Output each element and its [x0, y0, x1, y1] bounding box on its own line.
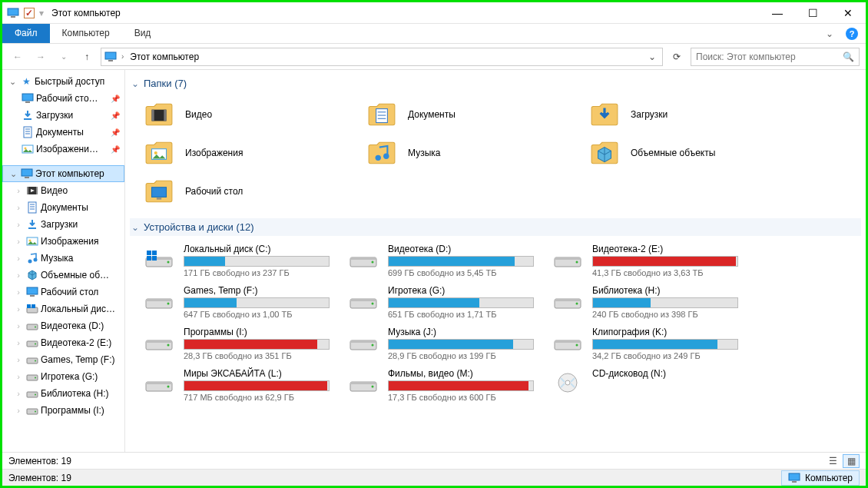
search-icon[interactable]: 🔍 [843, 51, 854, 62]
expand-toggle[interactable]: › [13, 406, 24, 415]
help-button[interactable]: ? [838, 24, 866, 43]
expand-toggle[interactable]: › [13, 355, 24, 364]
drive-item[interactable]: Миры ЭКСАБАЙТА (L:)717 МБ свободно из 62… [142, 367, 331, 403]
tab-file[interactable]: Файл [2, 24, 50, 43]
tree-pc-item[interactable]: ›Видео [2, 182, 124, 199]
tree-pc-item[interactable]: ›Музыка [2, 250, 124, 267]
tree-pc-item[interactable]: ›Games, Temp (F:) [2, 351, 124, 368]
drive-item[interactable]: Games, Temp (F:)647 ГБ свободно из 1,00 … [142, 284, 331, 320]
tree-quick-item[interactable]: Документы📌 [2, 124, 124, 141]
nav-up-button[interactable]: ↑ [78, 48, 96, 66]
folder-item[interactable]: Объемные объекты [588, 134, 780, 172]
ribbon-collapse-button[interactable]: ⌄ [821, 24, 838, 43]
svg-rect-70 [555, 257, 581, 260]
svg-point-74 [167, 303, 170, 305]
nav-history-button[interactable]: ⌄ [55, 48, 73, 66]
svg-point-44 [35, 411, 36, 413]
svg-rect-6 [24, 118, 31, 120]
tree-quick-item[interactable]: Загрузки📌 [2, 107, 124, 124]
drive-item[interactable]: Музыка (J:)28,9 ГБ свободно из 199 ГБ [346, 325, 535, 362]
expand-toggle[interactable]: › [13, 271, 24, 280]
expand-toggle[interactable]: › [13, 321, 24, 330]
folder-item[interactable]: Рабочий стол [142, 172, 334, 211]
tree-pc-item[interactable]: ›Библиотека (H:) [2, 385, 124, 402]
svg-rect-88 [555, 340, 581, 343]
expand-toggle[interactable]: › [13, 304, 24, 314]
expand-toggle[interactable]: › [13, 237, 24, 246]
view-details-button[interactable]: ☰ [824, 454, 841, 468]
expand-toggle[interactable]: › [13, 254, 24, 263]
expand-toggle[interactable]: › [13, 389, 24, 398]
download-icon [21, 109, 35, 121]
ribbon-tabs: Файл Компьютер Вид ⌄ ? [2, 24, 866, 44]
drive-item[interactable]: Видеотека (D:)699 ГБ свободно из 5,45 ТБ [346, 242, 535, 279]
expand-toggle[interactable]: › [13, 287, 24, 297]
tree-quick-access[interactable]: ⌄ ★ Быстрый доступ [2, 73, 124, 90]
drive-item[interactable]: Фильмы, видео (M:)17,3 ГБ свободно из 60… [346, 367, 535, 403]
expand-toggle[interactable]: › [13, 203, 24, 212]
expand-toggle[interactable]: › [13, 372, 24, 381]
chevron-down-icon[interactable]: ⌄ [131, 78, 139, 89]
folder-item[interactable]: Музыка [365, 134, 557, 172]
tree-pc-item[interactable]: ›Локальный дис… [2, 300, 124, 317]
drive-free-text: 41,3 ГБ свободно из 3,63 ТБ [592, 268, 738, 277]
nav-back-button[interactable]: ← [8, 48, 27, 66]
view-tiles-button[interactable]: ▦ [843, 454, 860, 468]
tab-view[interactable]: Вид [122, 24, 164, 43]
tree-pc-item[interactable]: ›Изображения [2, 233, 124, 250]
tree-pc-item[interactable]: ›Видеотека-2 (E:) [2, 334, 124, 351]
address-expand-button[interactable]: ⌄ [645, 51, 659, 62]
checkbox-icon[interactable]: ✓ [24, 8, 35, 18]
tree-pc-item[interactable]: ›Программы (I:) [2, 402, 124, 419]
hdd-icon [25, 354, 39, 366]
expand-toggle[interactable]: › [13, 220, 24, 229]
status-bar-inner: Элементов: 19 ☰ ▦ [2, 452, 866, 469]
drive-label: Фильмы, видео (M:) [388, 368, 534, 379]
tree-pc-item[interactable]: ›Документы [2, 199, 124, 216]
group-header-drives[interactable]: ⌄ Устройства и диски (12) [130, 218, 861, 236]
tree-this-pc[interactable]: ⌄ Этот компьютер [2, 165, 124, 182]
hdd-icon [552, 285, 583, 310]
chevron-right-icon[interactable]: › [121, 52, 124, 61]
address-bar[interactable]: › Этот компьютер ⌄ [101, 48, 663, 66]
tab-computer[interactable]: Компьютер [50, 24, 122, 43]
svg-rect-79 [555, 299, 581, 301]
tree-pc-item[interactable]: ›Рабочий стол [2, 284, 124, 300]
minimize-button[interactable]: — [760, 2, 795, 24]
tree-pc-item[interactable]: ›Загрузки [2, 216, 124, 233]
breadcrumb-location[interactable]: Этот компьютер [128, 50, 200, 64]
folder-item[interactable]: Видео [142, 95, 334, 134]
drive-free-text: 717 МБ свободно из 62,9 ГБ [184, 393, 330, 402]
refresh-button[interactable]: ⟳ [668, 48, 686, 65]
drive-item[interactable]: Локальный диск (C:)171 ГБ свободно из 23… [142, 242, 331, 279]
nav-forward-button[interactable]: → [31, 48, 50, 66]
drive-item[interactable]: Программы (I:)28,3 ГБ свободно из 351 ГБ [142, 325, 331, 362]
svg-point-36 [35, 344, 36, 345]
expand-toggle[interactable]: ⌄ [8, 169, 18, 179]
tree-quick-item[interactable]: Рабочий сто…📌 [2, 90, 124, 107]
drive-item[interactable]: Видеотека-2 (E:)41,3 ГБ свободно из 3,63… [551, 242, 740, 279]
address-row: ← → ⌄ ↑ › Этот компьютер ⌄ ⟳ Поиск: Этот… [2, 44, 866, 70]
status-zone-button[interactable]: Компьютер [781, 470, 860, 486]
tree-pc-item[interactable]: ›Игротека (G:) [2, 368, 124, 385]
close-button[interactable]: ✕ [830, 2, 866, 24]
tree-quick-item[interactable]: Изображени…📌 [2, 141, 124, 158]
expand-toggle[interactable]: › [13, 338, 24, 347]
folder-item[interactable]: Документы [365, 95, 557, 134]
folder-label: Рабочий стол [185, 186, 243, 197]
expand-toggle[interactable]: › [13, 186, 24, 195]
expand-toggle[interactable]: ⌄ [7, 77, 18, 87]
drive-item[interactable]: Библиотека (H:)240 ГБ свободно из 398 ГБ [551, 284, 740, 320]
drive-item[interactable]: Игротека (G:)651 ГБ свободно из 1,71 ТБ [346, 284, 535, 320]
drive-item[interactable]: CD-дисковод (N:) [551, 367, 740, 403]
search-input[interactable]: Поиск: Этот компьютер 🔍 [691, 48, 860, 66]
folder-item[interactable]: Загрузки [588, 95, 780, 134]
chevron-down-icon[interactable]: ⌄ [131, 222, 139, 233]
drive-item[interactable]: Клипография (K:)34,2 ГБ свободно из 249 … [551, 325, 740, 362]
svg-rect-98 [789, 473, 800, 480]
tree-pc-item[interactable]: ›Объемные об… [2, 267, 124, 284]
tree-pc-item[interactable]: ›Видеотека (D:) [2, 317, 124, 334]
group-header-folders[interactable]: ⌄ Папки (7) [130, 75, 861, 92]
maximize-button[interactable]: ☐ [795, 2, 830, 24]
folder-item[interactable]: Изображения [142, 134, 334, 172]
